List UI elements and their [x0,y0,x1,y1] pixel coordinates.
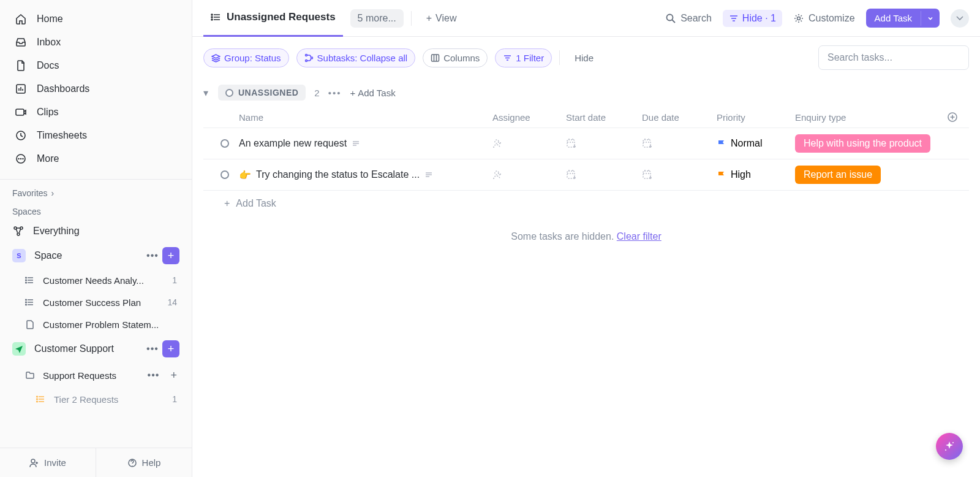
list-customer-success[interactable]: Customer Success Plan14 [0,291,192,313]
svg-point-5 [21,159,21,159]
space-add-button[interactable]: + [162,340,179,357]
nav-timesheets[interactable]: Timesheets [0,124,192,147]
assignee-cell[interactable] [492,138,566,149]
sidebar-space-space[interactable]: SSpace•••+ [0,242,192,269]
list-add-button[interactable]: + [168,369,179,382]
svg-point-31 [495,140,499,143]
help-button[interactable]: Help [96,448,192,477]
chevron-down-icon[interactable] [921,11,940,26]
list-more-button[interactable]: ••• [146,368,160,383]
svg-point-10 [26,277,27,278]
group-label: Group: Status [224,53,281,63]
more-icon [15,153,27,165]
start-date-cell[interactable] [566,169,642,180]
details-icon[interactable] [424,170,433,179]
enquiry-cell[interactable]: Help with using the product [795,134,947,153]
nav-clips[interactable]: Clips [0,101,192,124]
enquiry-cell[interactable]: Report an issue [795,166,947,184]
sidebar-everything[interactable]: Everything [0,220,192,242]
table-row[interactable]: 👉 Try changing the status to Escalate ..… [203,159,969,191]
hide-button[interactable]: Hide · 1 [723,10,782,27]
filter-pill[interactable]: 1 Filter [495,48,552,67]
nav-dashboards[interactable]: Dashboards [0,77,192,101]
add-task-row[interactable]: +Add Task [203,191,969,216]
priority-cell[interactable]: Normal [717,138,795,149]
task-name[interactable]: 👉 Try changing the status to Escalate ..… [239,169,492,181]
svg-point-19 [31,459,35,463]
avatar[interactable] [951,9,969,28]
plus-icon: + [350,88,355,98]
add-task-button[interactable]: Add Task [866,9,940,28]
due-date-cell[interactable] [642,169,717,180]
search-tasks-input[interactable] [818,45,969,70]
svg-point-38 [945,449,946,451]
columns-pill[interactable]: Columns [423,48,488,67]
filter-hide-button[interactable]: Hide [567,53,594,63]
collapse-toggle[interactable]: ▾ [203,87,208,99]
space-badge: S [12,249,26,262]
task-table: Name Assignee Start date Due date Priori… [192,107,980,216]
customize-button[interactable]: Customize [793,13,855,24]
nav-label: Clips [37,107,59,118]
status-toggle[interactable] [221,170,229,179]
nav-inbox[interactable]: Inbox [0,31,192,54]
columns-label: Columns [443,53,480,63]
list-icon [24,275,36,286]
search-button[interactable]: Search [665,13,712,24]
svg-rect-33 [643,140,650,147]
table-header: Name Assignee Start date Due date Priori… [203,107,969,128]
col-name[interactable]: Name [239,112,492,123]
group-more-button[interactable]: ••• [328,88,342,98]
space-actions: •••+ [145,247,179,264]
status-toggle[interactable] [221,139,229,148]
add-task-label: Add Task [866,9,921,28]
col-enquiry[interactable]: Enquiry type [795,112,947,123]
nav-home[interactable]: Home [0,7,192,31]
nav-more[interactable]: More [0,147,192,170]
table-row[interactable]: An example new request Normal Help with … [203,128,969,159]
col-assignee[interactable]: Assignee [492,112,566,123]
plus-icon: + [224,198,230,209]
col-start[interactable]: Start date [566,112,642,123]
view-tab-unassigned[interactable]: Unassigned Requests [203,0,343,37]
sidebar-space-customer-support[interactable]: Customer Support•••+ [0,335,192,362]
flag-icon [717,170,726,180]
task-name[interactable]: An example new request [239,138,492,149]
main-content: Unassigned Requests 5 more... +View Sear… [192,0,980,477]
status-chip[interactable]: UNASSIGNED [218,85,306,101]
due-date-cell[interactable] [642,138,717,149]
space-name: Space [34,250,137,261]
nav-label: Dashboards [37,83,89,94]
list-name: Tier 2 Requests [54,394,165,405]
space-more-button[interactable]: ••• [145,342,160,356]
list-customer-needs[interactable]: Customer Needs Analy...1 [0,269,192,291]
col-priority[interactable]: Priority [717,112,795,123]
fab-button[interactable] [936,433,963,460]
start-date-cell[interactable] [566,138,642,149]
group-add-task[interactable]: +Add Task [350,88,395,98]
sidebar: Home Inbox Docs Dashboards Clips Timeshe… [0,0,192,477]
space-add-button[interactable]: + [162,247,179,264]
group-add-label: Add Task [358,88,395,98]
priority-cell[interactable]: High [717,169,795,180]
clear-filter-link[interactable]: Clear filter [617,231,662,242]
space-more-button[interactable]: ••• [145,248,160,263]
list-tier-2-requests[interactable]: Tier 2 Requests1 [0,388,192,410]
list-support-requests[interactable]: Support Requests•••+ [0,362,192,388]
folder-icon [24,370,36,381]
col-due[interactable]: Due date [642,112,717,123]
favorites-header[interactable]: Favorites› [0,183,192,202]
more-tabs-button[interactable]: 5 more... [350,9,404,28]
group-pill[interactable]: Group: Status [203,48,289,67]
list-customer-problem[interactable]: Customer Problem Statem... [0,313,192,335]
add-column-button[interactable] [947,112,969,123]
svg-point-25 [797,17,800,20]
subtasks-pill[interactable]: Subtasks: Collapse all [296,48,416,67]
assignee-cell[interactable] [492,169,566,180]
add-view-button[interactable]: +View [419,9,464,28]
inbox-icon [15,36,27,48]
invite-button[interactable]: Invite [0,448,96,477]
nav-docs[interactable]: Docs [0,54,192,77]
details-icon[interactable] [352,139,360,148]
clips-icon [15,106,27,118]
